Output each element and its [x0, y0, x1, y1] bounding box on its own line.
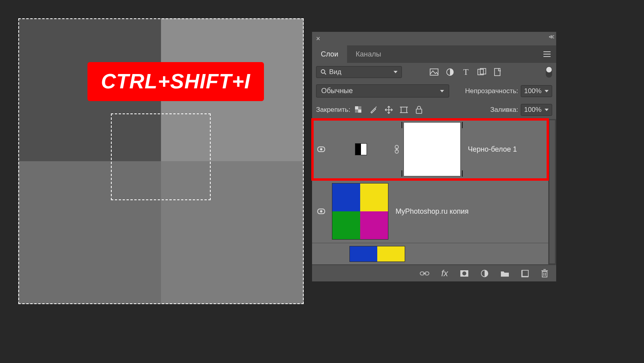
visibility-toggle[interactable] — [314, 146, 328, 152]
svg-line-1 — [325, 73, 326, 75]
visibility-toggle[interactable] — [314, 209, 328, 214]
svg-rect-29 — [542, 271, 547, 277]
fill-label[interactable]: Заливка: — [490, 106, 518, 114]
svg-rect-6 — [495, 68, 500, 76]
fx-icon[interactable]: fx — [441, 268, 448, 279]
blend-opacity-row: Обычные Непрозрачность: 100% — [312, 81, 556, 101]
panel-titlebar[interactable]: × ≪ — [312, 32, 556, 45]
svg-rect-8 — [358, 106, 361, 109]
lock-transparency-icon[interactable] — [354, 105, 363, 114]
fill-value-input[interactable]: 100% — [521, 104, 552, 116]
layer-list: Черно-белое 1 MyPhotoshop.ru копия — [312, 119, 556, 265]
bw-adjustment-icon — [355, 143, 367, 155]
search-icon — [320, 69, 327, 75]
svg-rect-7 — [355, 106, 358, 109]
tab-layers[interactable]: Слои — [312, 45, 347, 63]
adjust-circle-icon[interactable] — [446, 68, 454, 76]
eye-icon — [317, 146, 325, 152]
scrollbar[interactable] — [549, 120, 555, 264]
image-icon[interactable] — [430, 68, 438, 76]
chevron-down-icon — [394, 71, 398, 73]
lock-label: Закрепить: — [316, 106, 350, 114]
shape-icon[interactable] — [477, 68, 486, 76]
opacity-value-input[interactable]: 100% — [521, 85, 552, 97]
smart-object-icon[interactable] — [493, 68, 502, 76]
layer-filter-kind-dropdown[interactable]: Вид — [316, 66, 402, 78]
chevron-down-icon — [440, 90, 444, 92]
svg-rect-10 — [358, 109, 361, 113]
new-adjustment-icon[interactable] — [481, 269, 489, 277]
layer-filter-kind-label: Вид — [329, 68, 341, 76]
chevron-down-icon — [545, 90, 549, 92]
panel-tabs: Слои Каналы — [312, 45, 556, 63]
layer-filter-row: Вид T — [312, 63, 556, 81]
layer-thumb[interactable] — [332, 183, 388, 240]
svg-point-0 — [321, 70, 325, 73]
svg-rect-28 — [522, 270, 528, 277]
new-layer-icon[interactable] — [521, 269, 529, 277]
move-icon[interactable] — [384, 105, 393, 114]
layer-thumb[interactable] — [349, 246, 405, 262]
svg-rect-18 — [416, 109, 422, 113]
shortcut-overlay: CTRL+SHIFT+I — [87, 62, 264, 101]
lock-icon[interactable] — [415, 105, 423, 114]
chevron-down-icon — [545, 109, 549, 111]
panel-collapse-button[interactable]: ≪ — [549, 33, 553, 40]
panel-footer: fx — [312, 265, 556, 281]
lock-fill-row: Закрепить: Заливка: 100% — [312, 101, 556, 119]
artboard-icon[interactable] — [400, 105, 408, 114]
svg-rect-9 — [355, 109, 358, 113]
blend-mode-value: Обычные — [321, 87, 353, 95]
text-icon[interactable]: T — [462, 68, 470, 76]
document-canvas[interactable]: CTRL+SHIFT+I — [18, 18, 304, 304]
new-group-icon[interactable] — [500, 270, 509, 277]
svg-rect-13 — [401, 107, 407, 113]
layer-row-partial[interactable] — [312, 243, 548, 265]
layer-row-adjustment[interactable]: Черно-белое 1 — [312, 119, 548, 180]
eye-icon — [317, 209, 325, 214]
filter-type-icons: T — [430, 68, 502, 76]
panel-close-button[interactable]: × — [316, 35, 320, 42]
layer-row-image[interactable]: MyPhotoshop.ru копия — [312, 180, 548, 243]
layer-mask-thumb[interactable] — [403, 122, 461, 176]
layer-name[interactable]: Черно-белое 1 — [468, 145, 517, 154]
layer-name[interactable]: MyPhotoshop.ru копия — [396, 207, 469, 216]
layers-panel: × ≪ Слои Каналы Вид — [312, 32, 556, 281]
blend-mode-dropdown[interactable]: Обычные — [316, 84, 449, 98]
tab-channels[interactable]: Каналы — [347, 45, 390, 63]
add-mask-icon[interactable] — [460, 270, 469, 277]
link-icon[interactable] — [394, 145, 400, 154]
adjustment-thumb[interactable] — [332, 122, 390, 176]
panel-menu-button[interactable] — [543, 51, 551, 57]
opacity-label[interactable]: Непрозрачность: — [465, 87, 518, 95]
canvas-image — [18, 18, 304, 304]
filter-toggle-switch[interactable] — [546, 66, 552, 78]
delete-icon[interactable] — [541, 269, 548, 278]
brush-icon[interactable] — [369, 105, 378, 114]
svg-point-26 — [462, 271, 466, 275]
link-layers-icon[interactable] — [420, 271, 429, 276]
